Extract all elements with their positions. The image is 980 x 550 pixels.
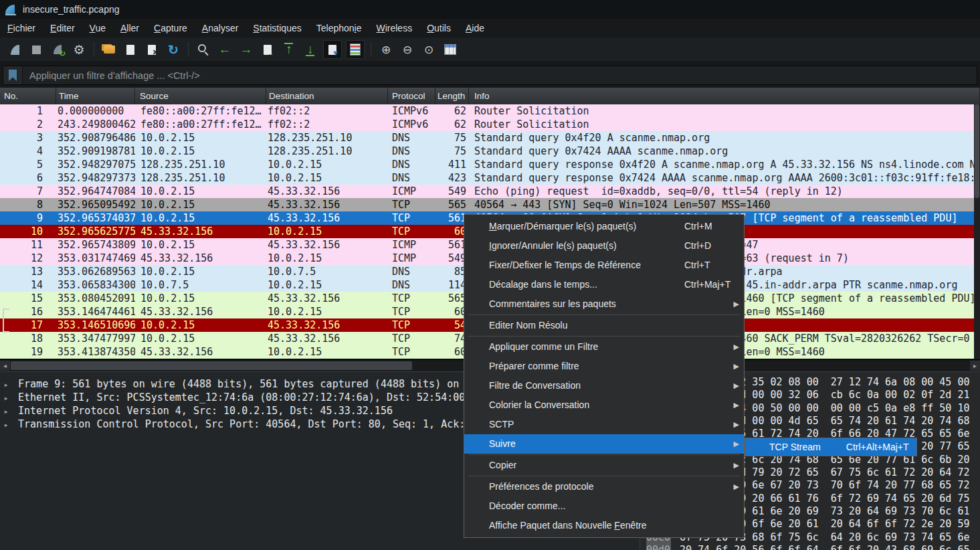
menu-vue[interactable]: Vue <box>82 20 113 36</box>
context-menu-item[interactable]: Copier▶ <box>464 456 744 475</box>
column-header-destination[interactable]: Destination <box>266 88 388 104</box>
packet-destination: 45.33.32.156 <box>266 198 388 211</box>
hex-row[interactable]: 00d020 74 6f 20 56 6f 6f 64 6f 6f 20 43 … <box>640 544 980 550</box>
packet-row[interactable]: 5352.948297075128.235.251.1010.0.2.15DNS… <box>0 158 980 171</box>
packet-destination: 10.0.2.15 <box>266 252 388 265</box>
scrollbar-thumb[interactable] <box>975 104 979 198</box>
go-to-packet-button[interactable] <box>259 41 276 58</box>
packet-row[interactable]: 4352.90919878110.0.2.15128.235.251.10DNS… <box>0 145 980 158</box>
menu-outils[interactable]: Outils <box>419 20 458 36</box>
column-header-no[interactable]: No. <box>0 88 56 104</box>
find-packet-button[interactable] <box>195 41 212 58</box>
packet-time: 352.948297373 <box>56 171 135 185</box>
zoom-out-button[interactable]: ⊖ <box>399 41 416 58</box>
save-file-button[interactable] <box>122 41 139 58</box>
scroll-left-arrow-icon[interactable]: ◂ <box>0 361 10 371</box>
packet-destination: 45.33.32.156 <box>266 211 388 225</box>
menu-fichier[interactable]: Fichier <box>0 20 43 36</box>
packet-time: 243.249800462 <box>56 118 135 131</box>
column-header-protocol[interactable]: Protocol <box>388 88 435 104</box>
menu-editer[interactable]: Editer <box>43 20 82 36</box>
packet-list-vertical-scrollbar[interactable] <box>974 104 980 359</box>
menu-capture[interactable]: Capture <box>146 20 195 36</box>
packet-row[interactable]: 3352.90879648610.0.2.15128.235.251.10DNS… <box>0 131 980 145</box>
expander-icon[interactable]: ▸ <box>0 418 12 431</box>
submenu-item-tcp-stream[interactable]: TCP Stream <box>769 442 821 452</box>
context-menu-item[interactable]: SCTP▶ <box>464 415 744 434</box>
last-packet-button[interactable]: ↓ <box>302 41 319 58</box>
expander-icon[interactable]: ▸ <box>0 405 12 418</box>
menu-item-shortcut: Ctrl+Maj+T <box>684 275 730 294</box>
menu-aide[interactable]: Aide <box>458 20 492 36</box>
context-menu-item[interactable]: Commentaires sur les paquets▶ <box>464 294 744 314</box>
column-header-time[interactable]: Time <box>56 88 135 104</box>
context-menu-item[interactable]: Préférences de protocole▶ <box>464 477 744 496</box>
colorize-packets-button[interactable] <box>346 40 365 59</box>
menu-statistiques[interactable]: Statistiques <box>246 20 308 36</box>
context-menu-item[interactable]: Fixer/Defixer le Temps de RéférenceCtrl+… <box>464 256 744 275</box>
scroll-right-arrow-icon[interactable]: ▸ <box>970 361 980 371</box>
previous-packet-button[interactable]: ← <box>216 41 233 58</box>
packet-time: 0.000000000 <box>56 104 135 118</box>
packet-no: 3 <box>0 131 56 145</box>
close-file-button[interactable] <box>143 41 161 58</box>
toolbar-separator <box>94 42 94 57</box>
context-menu-item[interactable]: Filtre de Conversation▶ <box>464 376 744 395</box>
context-menu-item[interactable]: Editer Nom Résolu <box>464 316 744 335</box>
expander-icon[interactable]: ▸ <box>0 391 12 404</box>
menu-item-label: Colorier la Conversation <box>489 399 589 410</box>
zoom-reset-button[interactable]: ⊙ <box>420 41 437 58</box>
menu-wireless[interactable]: Wireless <box>369 20 419 36</box>
filter-bookmark-icon[interactable] <box>3 66 23 84</box>
packet-no: 19 <box>0 345 56 359</box>
scrollbar-thumb[interactable] <box>11 361 412 370</box>
packet-protocol: TCP <box>388 225 435 238</box>
packet-row[interactable]: 10.000000000fe80::a00:27ff:fe12…ff02::2I… <box>0 104 980 118</box>
first-packet-button[interactable]: ↑ <box>280 41 298 58</box>
column-header-length[interactable]: Length <box>435 88 469 104</box>
stop-capture-button[interactable] <box>27 41 45 58</box>
menu-item-label: Filtre de Conversation <box>489 380 581 391</box>
column-header-info[interactable]: Info <box>469 88 980 104</box>
context-menu-item[interactable]: Affiche Paquet dans Nouvelle Fenêtre <box>464 516 744 535</box>
context-menu-item[interactable]: Suivre▶ <box>464 434 744 454</box>
start-capture-button[interactable] <box>6 41 23 58</box>
hex-bytes: 20 74 6f 20 56 6f 6f 64 6f 6f 20 43 68 6… <box>680 544 969 550</box>
context-menu-item[interactable]: Préparer comme filtre▶ <box>464 357 744 376</box>
capture-options-button[interactable] <box>70 41 88 58</box>
context-menu-item[interactable]: Ignorer/Annuler le(s) paquet(s)Ctrl+D <box>464 236 744 256</box>
resize-columns-button[interactable] <box>442 41 459 58</box>
expander-icon[interactable]: ▸ <box>0 378 12 391</box>
menu-aller[interactable]: Aller <box>113 20 146 36</box>
reload-file-button[interactable] <box>165 41 182 58</box>
display-filter-input[interactable]: Appliquer un filtre d'affichage ... <Ctr… <box>3 66 977 85</box>
context-menu-item[interactable]: Décoder comme... <box>464 496 744 516</box>
context-menu-item[interactable]: Marquer/Démarquer le(s) paquet(s)Ctrl+M <box>464 217 744 236</box>
submenu-arrow-icon: ▶ <box>734 337 739 357</box>
packet-protocol: TCP <box>388 211 435 225</box>
related-packets-bracket <box>3 308 9 333</box>
packet-no: 13 <box>0 265 56 278</box>
zoom-in-button[interactable]: ⊕ <box>377 41 395 58</box>
auto-scroll-button[interactable] <box>323 40 342 59</box>
packet-row[interactable]: 2243.249800462fe80::a00:27ff:fe12…ff02::… <box>0 118 980 131</box>
packet-row[interactable]: 6352.948297373128.235.251.1010.0.2.15DNS… <box>0 171 980 185</box>
packet-row[interactable]: 8352.96509549210.0.2.1545.33.32.156TCP56… <box>0 198 980 211</box>
packet-length: 565 <box>435 198 469 211</box>
menu-separator <box>468 476 740 476</box>
menu-telephonie[interactable]: Telephonie <box>309 20 369 36</box>
column-header-source[interactable]: Source <box>135 88 266 104</box>
packet-source: 10.0.2.15 <box>135 238 266 252</box>
menu-analyser[interactable]: Analyser <box>195 20 246 36</box>
restart-capture-button[interactable] <box>49 41 66 58</box>
packet-time: 353.347477997 <box>56 332 135 345</box>
open-file-button[interactable] <box>100 41 118 58</box>
zoom-reset-icon: ⊙ <box>421 42 436 57</box>
context-menu-item[interactable]: Colorier la Conversation▶ <box>464 395 744 415</box>
packet-no: 12 <box>0 252 56 265</box>
packet-row[interactable]: 7352.96474708410.0.2.1545.33.32.156ICMP5… <box>0 185 980 198</box>
packet-source: 10.0.2.15 <box>135 211 266 225</box>
next-packet-button[interactable]: → <box>237 41 255 58</box>
context-menu-item[interactable]: Appliquer comme un Filtre▶ <box>464 337 744 357</box>
context-menu-item[interactable]: Décalage dans le temps...Ctrl+Maj+T <box>464 275 744 294</box>
